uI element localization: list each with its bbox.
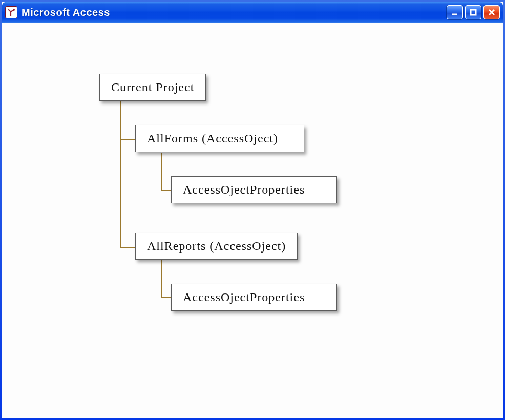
node-allreports-properties: AccessOjectProperties (171, 284, 337, 311)
svg-point-0 (13, 9, 15, 11)
window-title: Microsoft Access (22, 7, 447, 18)
client-area: Current Project AllForms (AccessOject) A… (2, 23, 503, 418)
tree-connector (120, 139, 135, 140)
maximize-button[interactable] (465, 5, 481, 19)
tree-connector (161, 260, 162, 298)
tree-connector (161, 190, 171, 191)
titlebar[interactable]: Microsoft Access (2, 2, 503, 23)
node-allreports: AllReports (AccessOject) (135, 233, 298, 260)
node-allforms-properties: AccessOjectProperties (171, 176, 337, 203)
tree-connector (120, 247, 135, 248)
tree-connector (161, 297, 171, 298)
access-app-icon (5, 6, 17, 18)
node-allforms: AllForms (AccessOject) (135, 125, 304, 152)
svg-rect-2 (471, 10, 476, 15)
app-window: Microsoft Access C (0, 0, 505, 420)
tree-connector (120, 101, 121, 248)
minimize-button[interactable] (447, 5, 463, 19)
tree-connector (161, 153, 162, 191)
node-current-project: Current Project (99, 74, 206, 101)
caption-buttons (447, 5, 500, 19)
close-button[interactable] (483, 5, 500, 19)
